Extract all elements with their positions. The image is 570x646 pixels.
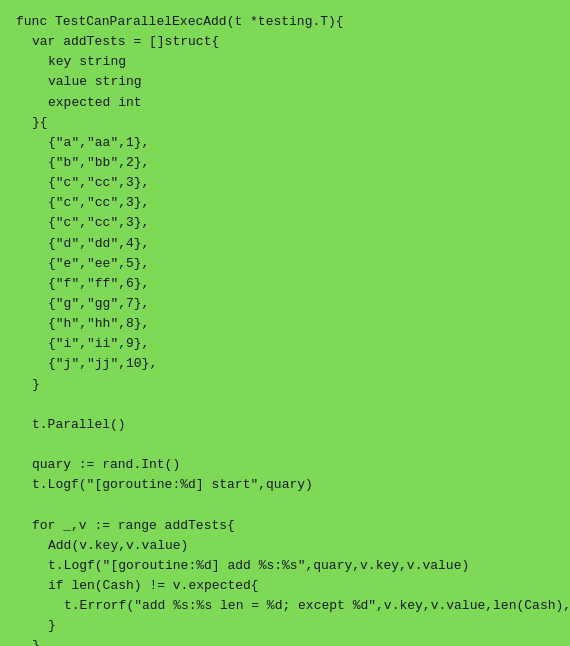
code-line: func TestCanParallelExecAdd(t *testing.T… (16, 12, 554, 32)
code-line: {"c","cc",3}, (16, 213, 554, 233)
code-line: t.Errorf("add %s:%s len = %d; except %d"… (16, 596, 554, 616)
code-line: } (16, 375, 554, 395)
code-line: {"j","jj",10}, (16, 354, 554, 374)
code-line: } (16, 616, 554, 636)
code-line: {"f","ff",6}, (16, 274, 554, 294)
code-line: {"b","bb",2}, (16, 153, 554, 173)
code-container: func TestCanParallelExecAdd(t *testing.T… (0, 0, 570, 646)
code-line: {"g","gg",7}, (16, 294, 554, 314)
code-line: var addTests = []struct{ (16, 32, 554, 52)
code-line: {"d","dd",4}, (16, 234, 554, 254)
code-line: {"c","cc",3}, (16, 173, 554, 193)
code-line: key string (16, 52, 554, 72)
code-line: expected int (16, 93, 554, 113)
code-line: for _,v := range addTests{ (16, 516, 554, 536)
code-line: {"c","cc",3}, (16, 193, 554, 213)
code-line: } (16, 636, 554, 646)
code-line (16, 435, 554, 455)
code-line: quary := rand.Int() (16, 455, 554, 475)
code-line: t.Logf("[goroutine:%d] add %s:%s",quary,… (16, 556, 554, 576)
code-line: if len(Cash) != v.expected{ (16, 576, 554, 596)
code-line: {"h","hh",8}, (16, 314, 554, 334)
code-block: func TestCanParallelExecAdd(t *testing.T… (16, 12, 554, 646)
code-line (16, 495, 554, 515)
code-line: {"i","ii",9}, (16, 334, 554, 354)
code-line: t.Logf("[goroutine:%d] start",quary) (16, 475, 554, 495)
code-line: value string (16, 72, 554, 92)
code-line (16, 395, 554, 415)
code-line: t.Parallel() (16, 415, 554, 435)
code-line: {"a","aa",1}, (16, 133, 554, 153)
code-line: {"e","ee",5}, (16, 254, 554, 274)
code-line: }{ (16, 113, 554, 133)
code-line: Add(v.key,v.value) (16, 536, 554, 556)
